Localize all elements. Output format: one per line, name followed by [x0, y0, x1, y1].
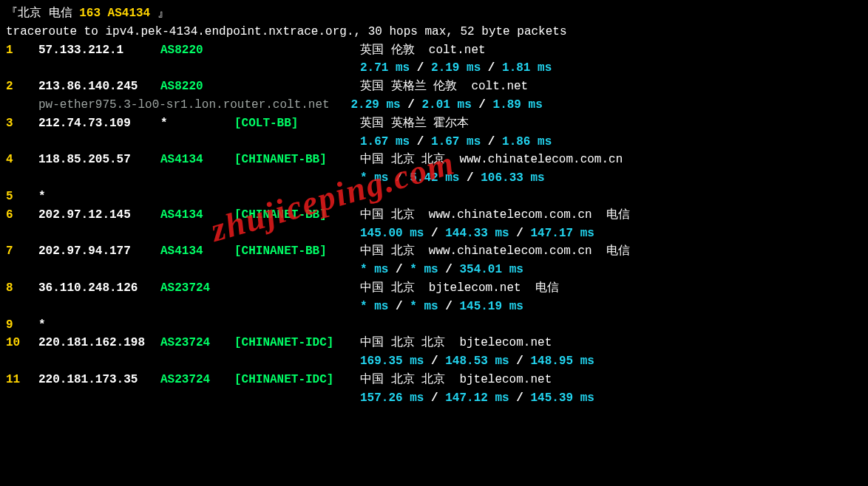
- hop-rtt: 148.95 ms: [530, 352, 594, 371]
- separator: /: [424, 225, 445, 243]
- hop-row: 7202.97.94.177AS4134[CHINANET-BB]中国 北京 w…: [6, 242, 862, 261]
- hop-network-tag: [CHINANET-BB]: [234, 151, 360, 169]
- hop-ip: 220.181.173.35: [38, 371, 160, 389]
- separator: /: [472, 96, 493, 114]
- traceroute-header: 『 北京 电信 163 AS4134 』: [6, 4, 862, 23]
- hop-rtt: 1.89 ms: [493, 96, 543, 114]
- hop-rdns: pw-ether975.3-lo0-sr1.lon.router.colt.ne…: [38, 96, 330, 114]
- hop-ip: 220.181.162.198: [38, 334, 160, 352]
- hop-network-tag: [CHINANET-IDC]: [234, 371, 360, 389]
- hop-number: 5: [6, 188, 38, 206]
- hop-asn: AS8220: [160, 78, 234, 96]
- separator: /: [424, 389, 445, 408]
- hop-network-tag: [234, 41, 360, 60]
- hop-number: 6: [6, 206, 38, 225]
- separator: /: [410, 59, 431, 78]
- hop-ip: 212.74.73.109: [38, 114, 160, 133]
- hop-location: 中国 北京 www.chinatelecom.com.cn 电信: [360, 242, 630, 261]
- hop-timing-row: * ms / 5.42 ms / 106.33 ms: [6, 169, 862, 188]
- hop-rtt: 157.26 ms: [360, 389, 424, 408]
- separator: /: [410, 133, 431, 151]
- separator: /: [481, 133, 502, 151]
- hop-network-tag: [234, 316, 360, 335]
- separator: /: [388, 169, 410, 188]
- hop-rtt: 147.17 ms: [530, 225, 594, 243]
- hop-rtt: 2.71 ms: [360, 59, 410, 78]
- hop-rtt: 1.67 ms: [431, 133, 481, 151]
- hop-asn: AS4134: [160, 151, 234, 169]
- hop-number: 11: [6, 371, 38, 389]
- hop-timing-row: 1.67 ms / 1.67 ms / 1.86 ms: [6, 133, 862, 151]
- traceroute-cmdline: traceroute to ipv4.pek-4134.endpoint.nxt…: [6, 23, 862, 41]
- hop-ip: 36.110.248.126: [38, 279, 160, 298]
- hop-location: 英国 英格兰 霍尔本: [360, 114, 469, 133]
- hop-rtt: 354.01 ms: [459, 261, 523, 279]
- separator: /: [388, 298, 410, 316]
- hop-asn: AS4134: [160, 206, 234, 225]
- hop-rtt: 5.42 ms: [410, 169, 459, 188]
- header-asn: 163 AS4134: [79, 4, 150, 23]
- hop-number: 8: [6, 279, 38, 298]
- hop-network-tag: [234, 78, 360, 96]
- hop-row: 6202.97.12.145AS4134[CHINANET-BB]中国 北京 w…: [6, 206, 862, 225]
- separator: /: [509, 225, 531, 243]
- hop-number: 4: [6, 151, 38, 169]
- hop-row: 2213.86.140.245AS8220英国 英格兰 伦敦 colt.net: [6, 78, 862, 96]
- hop-network-tag: [234, 279, 360, 298]
- hop-rtt: 147.12 ms: [445, 389, 509, 408]
- hop-rtt: 145.39 ms: [530, 389, 594, 408]
- hop-asn: *: [160, 114, 234, 133]
- hop-network-tag: [CHINANET-BB]: [234, 242, 360, 261]
- hop-location: 中国 北京 北京 bjtelecom.net: [360, 371, 552, 389]
- header-bracket-close: 』: [150, 4, 169, 23]
- hop-number: 3: [6, 114, 38, 133]
- hop-ip: 57.133.212.1: [38, 41, 160, 60]
- hop-location: 中国 北京 北京 bjtelecom.net: [360, 334, 552, 352]
- hop-rtt: * ms: [410, 261, 438, 279]
- header-bracket-open: 『: [6, 4, 18, 23]
- hop-row: 10220.181.162.198AS23724[CHINANET-IDC]中国…: [6, 334, 862, 352]
- hop-rtt: 1.67 ms: [360, 133, 410, 151]
- hop-location: 英国 伦敦 colt.net: [360, 41, 486, 60]
- separator: /: [438, 261, 460, 279]
- hop-row: 4118.85.205.57AS4134[CHINANET-BB]中国 北京 北…: [6, 151, 862, 169]
- separator: /: [424, 352, 445, 371]
- header-city: 北京: [18, 4, 41, 23]
- hop-rtt: 145.00 ms: [360, 225, 424, 243]
- hop-row: 157.133.212.1AS8220英国 伦敦 colt.net: [6, 41, 862, 60]
- hop-number: 1: [6, 41, 38, 60]
- separator: /: [438, 298, 460, 316]
- hop-row: 836.110.248.126AS23724中国 北京 bjtelecom.ne…: [6, 279, 862, 298]
- hop-list: 157.133.212.1AS8220英国 伦敦 colt.net2.71 ms…: [6, 41, 862, 408]
- hop-number: 7: [6, 242, 38, 261]
- hop-ip: 213.86.140.245: [38, 78, 160, 96]
- hop-rdns-row: pw-ether975.3-lo0-sr1.lon.router.colt.ne…: [6, 96, 862, 114]
- hop-asn: AS4134: [160, 242, 234, 261]
- hop-rtt: * ms: [410, 298, 438, 316]
- hop-asn: AS23724: [160, 334, 234, 352]
- hop-timing-row: 145.00 ms / 144.33 ms / 147.17 ms: [6, 225, 862, 243]
- hop-rtt: 2.29 ms: [350, 96, 400, 114]
- hop-rtt: 1.81 ms: [502, 59, 552, 78]
- hop-rtt: 144.33 ms: [445, 225, 509, 243]
- hop-timing-row: 169.35 ms / 148.53 ms / 148.95 ms: [6, 352, 862, 371]
- hop-network-tag: [CHINANET-IDC]: [234, 334, 360, 352]
- hop-ip: 118.85.205.57: [38, 151, 160, 169]
- hop-rtt: 148.53 ms: [445, 352, 509, 371]
- hop-number: 10: [6, 334, 38, 352]
- separator: /: [459, 169, 481, 188]
- hop-row: 11220.181.173.35AS23724[CHINANET-IDC]中国 …: [6, 371, 862, 389]
- hop-rtt: 2.19 ms: [431, 59, 481, 78]
- hop-network-tag: [COLT-BB]: [234, 114, 360, 133]
- hop-row: 5*: [6, 188, 862, 206]
- hop-location: 英国 英格兰 伦敦 colt.net: [360, 78, 528, 96]
- hop-number: 2: [6, 78, 38, 96]
- separator: /: [388, 261, 410, 279]
- separator: /: [509, 352, 531, 371]
- hop-location: 中国 北京 www.chinatelecom.com.cn 电信: [360, 206, 630, 225]
- hop-rtt: * ms: [360, 298, 388, 316]
- hop-asn: AS8220: [160, 41, 234, 60]
- hop-timing-row: 2.71 ms / 2.19 ms / 1.81 ms: [6, 59, 862, 78]
- hop-number: 9: [6, 316, 38, 335]
- hop-rtt: * ms: [360, 261, 388, 279]
